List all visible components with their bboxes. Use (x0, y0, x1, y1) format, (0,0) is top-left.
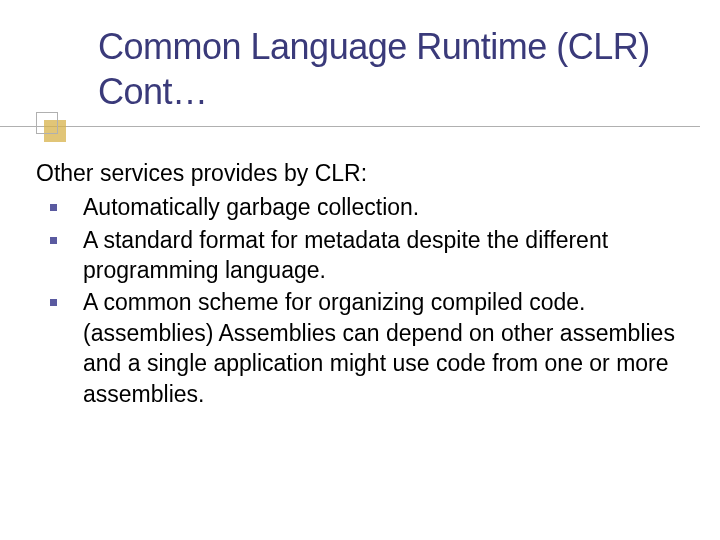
bullet-text: A standard format for metadata despite t… (83, 225, 680, 286)
bullet-text: A common scheme for organizing compiled … (83, 287, 680, 408)
square-bullet-icon (50, 299, 57, 306)
square-bullet-icon (50, 204, 57, 211)
list-item: A standard format for metadata despite t… (36, 225, 680, 286)
slide-body: Other services provides by CLR: Automati… (0, 144, 720, 409)
square-bullet-icon (50, 237, 57, 244)
bullet-text: Automatically garbage collection. (83, 192, 680, 222)
horizontal-rule (0, 126, 700, 127)
accent-square-outline (36, 112, 58, 134)
list-item: A common scheme for organizing compiled … (36, 287, 680, 408)
slide-title: Common Language Runtime (CLR) Cont… (0, 24, 720, 114)
slide-header: Common Language Runtime (CLR) Cont… (0, 0, 720, 144)
list-item: Automatically garbage collection. (36, 192, 680, 222)
intro-text: Other services provides by CLR: (36, 158, 680, 188)
title-decoration (0, 116, 720, 144)
